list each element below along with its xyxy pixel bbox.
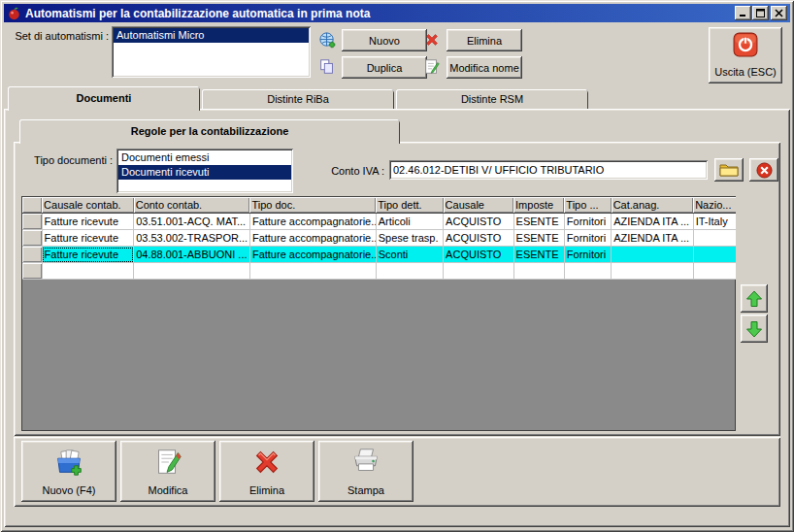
- column-header[interactable]: [22, 197, 42, 214]
- nuovo-rule-label: Nuovo (F4): [42, 484, 95, 496]
- row-selector[interactable]: [22, 263, 42, 280]
- cell[interactable]: Articoli: [376, 214, 443, 230]
- column-header[interactable]: Imposte: [513, 197, 564, 214]
- tab-regole-contabilizzazione[interactable]: Regole per la contabilizzazione: [19, 119, 400, 144]
- set-di-automatismi-listbox[interactable]: Automatismi Micro: [112, 26, 311, 78]
- cell[interactable]: [612, 263, 694, 280]
- modifica-nome-label: Modifica nome: [449, 62, 519, 74]
- table-row[interactable]: Fatture ricevute 03.53.002-TRASPOR... Fa…: [22, 230, 736, 247]
- cell[interactable]: [134, 263, 250, 280]
- conto-iva-clear-button[interactable]: [749, 158, 778, 182]
- rules-grid[interactable]: Causale contab. Conto contab. Tipo doc. …: [21, 196, 736, 431]
- clear-circle-icon: [756, 162, 773, 179]
- duplica-set-button[interactable]: Duplica: [342, 56, 427, 79]
- cell[interactable]: 04.88.001-ABBUONI ...: [134, 247, 250, 263]
- cell[interactable]: Fatture ricevute: [42, 214, 134, 230]
- cell[interactable]: [376, 263, 443, 280]
- column-header[interactable]: Causale contab.: [42, 197, 134, 214]
- row-selector[interactable]: [22, 247, 42, 263]
- cell[interactable]: ACQUISTO: [444, 214, 513, 230]
- minimize-button[interactable]: [735, 6, 751, 20]
- nuovo-rule-button[interactable]: Nuovo (F4): [21, 441, 116, 502]
- conto-iva-field[interactable]: 02.46.012-DETIBI V/ UFFICIO TRIBUTARIO: [389, 160, 708, 180]
- conto-iva-label: Conto IVA :: [320, 165, 384, 177]
- cell[interactable]: IT-Italy: [693, 214, 736, 230]
- power-icon: [733, 32, 758, 57]
- table-row[interactable]: [22, 263, 736, 280]
- tab-documenti[interactable]: Documenti: [8, 86, 200, 111]
- uscita-label: Uscita (ESC): [714, 66, 777, 78]
- row-selector[interactable]: [22, 214, 42, 230]
- nuovo-set-button[interactable]: Nuovo: [342, 29, 427, 51]
- nuovo-set-label: Nuovo: [369, 35, 400, 47]
- conto-iva-lookup-button[interactable]: [714, 158, 744, 182]
- cell[interactable]: Fatture ricevute: [42, 247, 134, 263]
- list-item[interactable]: Automatismi Micro: [114, 28, 309, 43]
- cell[interactable]: [612, 247, 694, 263]
- arrow-up-icon: [744, 289, 764, 309]
- title-bar: Automatismi per la contabilizzazione aut…: [4, 4, 790, 22]
- cell[interactable]: Fatture accompagnatorie...: [249, 214, 376, 230]
- cell[interactable]: 03.53.002-TRASPOR...: [134, 230, 250, 247]
- cell[interactable]: AZIENDA ITA ...: [612, 214, 694, 230]
- cell[interactable]: [513, 263, 564, 280]
- column-header[interactable]: Nazio...: [693, 197, 736, 214]
- tipo-documenti-listbox[interactable]: Documenti emessi Documenti ricevuti: [116, 149, 293, 193]
- move-up-button[interactable]: [741, 284, 768, 313]
- modifica-nome-button[interactable]: Modifica nome: [447, 56, 522, 79]
- table-header-row: Causale contab. Conto contab. Tipo doc. …: [22, 197, 736, 214]
- modifica-rule-label: Modifica: [149, 484, 188, 496]
- cell[interactable]: [693, 230, 736, 247]
- cell[interactable]: [42, 263, 134, 280]
- table-row-selected[interactable]: Fatture ricevute 04.88.001-ABBUONI ... F…: [22, 247, 736, 263]
- move-down-button[interactable]: [741, 315, 768, 343]
- duplica-set-label: Duplica: [367, 62, 403, 74]
- elimina-rule-label: Elimina: [249, 484, 284, 496]
- stampa-label: Stampa: [347, 484, 384, 496]
- cell[interactable]: [693, 263, 736, 280]
- uscita-button[interactable]: Uscita (ESC): [709, 27, 782, 83]
- column-header[interactable]: Causale: [444, 197, 513, 214]
- cell[interactable]: Fornitori: [564, 230, 611, 247]
- elimina-set-button[interactable]: Elimina: [447, 29, 522, 51]
- cell[interactable]: [564, 263, 611, 280]
- modifica-rule-button[interactable]: Modifica: [120, 441, 215, 502]
- stampa-button[interactable]: Stampa: [318, 441, 414, 502]
- column-header[interactable]: Tipo dett.: [376, 197, 443, 214]
- tab-distinte-riba[interactable]: Distinte RiBa: [202, 89, 394, 109]
- cell[interactable]: [693, 247, 736, 263]
- table-row[interactable]: Fatture ricevute 03.51.001-ACQ. MAT... F…: [22, 214, 736, 230]
- cell[interactable]: 03.51.001-ACQ. MAT...: [134, 214, 250, 230]
- cell[interactable]: Fatture accompagnatorie...: [249, 247, 376, 263]
- cell[interactable]: Fornitori: [564, 247, 611, 263]
- cell[interactable]: Spese trasp.: [376, 230, 443, 247]
- cell[interactable]: Fatture ricevute: [42, 230, 134, 247]
- tab-distinte-rsm[interactable]: Distinte RSM: [396, 89, 588, 109]
- red-x-icon: [249, 446, 284, 479]
- cell[interactable]: [444, 263, 513, 280]
- row-selector[interactable]: [22, 230, 42, 247]
- cell[interactable]: ESENTE: [513, 214, 564, 230]
- column-header[interactable]: Cat.anag.: [612, 197, 694, 214]
- cell[interactable]: ESENTE: [513, 247, 564, 263]
- cell[interactable]: [249, 263, 376, 280]
- elimina-rule-button[interactable]: Elimina: [219, 441, 314, 502]
- close-icon[interactable]: [771, 6, 787, 20]
- cell[interactable]: AZIENDA ITA ...: [612, 230, 694, 247]
- column-header[interactable]: Tipo ...: [564, 197, 611, 214]
- column-header[interactable]: Conto contab.: [134, 197, 250, 214]
- column-header[interactable]: Tipo doc.: [249, 197, 376, 214]
- cell[interactable]: Sconti: [376, 247, 443, 263]
- cell[interactable]: ACQUISTO: [444, 230, 513, 247]
- cell[interactable]: ACQUISTO: [444, 247, 513, 263]
- cell[interactable]: Fatture accompagnatorie...: [249, 230, 376, 247]
- list-item[interactable]: Documenti ricevuti: [118, 165, 291, 180]
- globe-add-icon: [318, 31, 337, 50]
- active-inner-tab-connector: [21, 142, 398, 145]
- maximize-button[interactable]: [752, 6, 769, 20]
- cell[interactable]: Fornitori: [564, 214, 611, 230]
- cell[interactable]: ESENTE: [513, 230, 564, 247]
- edit-note-icon: [151, 446, 184, 479]
- elimina-set-label: Elimina: [467, 35, 502, 47]
- list-item[interactable]: Documenti emessi: [118, 150, 291, 165]
